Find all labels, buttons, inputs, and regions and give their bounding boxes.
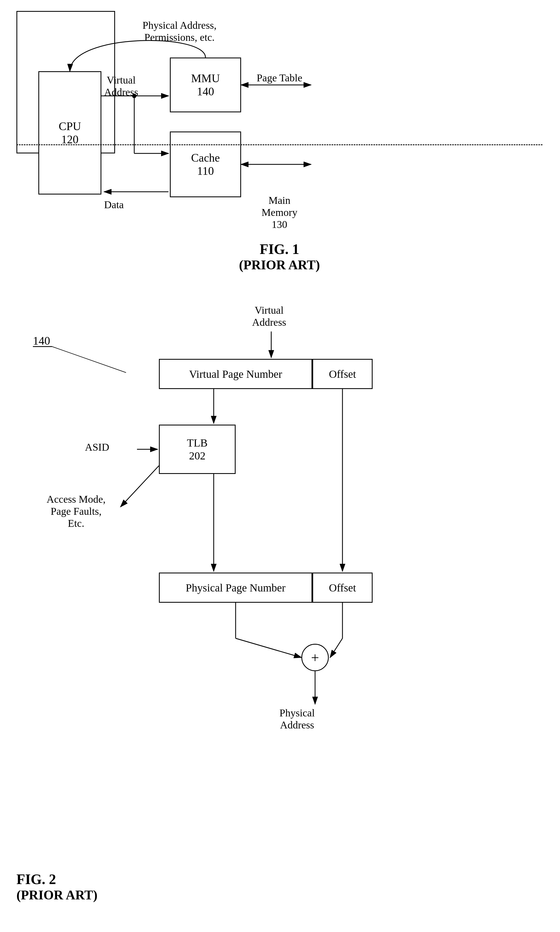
asid-label: ASID bbox=[85, 441, 109, 453]
svg-line-25 bbox=[52, 346, 126, 372]
fig2-arrows bbox=[17, 296, 543, 921]
page: Physical Address, Permissions, etc. CPU … bbox=[0, 0, 560, 932]
fig2-virtual-address-label: VirtualAddress bbox=[252, 304, 286, 328]
fig1-caption: FIG. 1 (PRIOR ART) bbox=[17, 241, 543, 272]
offset2-box: Offset bbox=[312, 572, 372, 603]
page-table-label: Page Table bbox=[17, 11, 543, 145]
fig2-area: 140 VirtualAddress Virtual Page Number O… bbox=[17, 296, 543, 921]
data-label: Data bbox=[104, 198, 124, 211]
svg-line-20 bbox=[235, 638, 302, 658]
fig2-caption: FIG. 2 (PRIOR ART) bbox=[17, 871, 263, 903]
physical-page-number-box: Physical Page Number bbox=[159, 572, 312, 603]
memory-box: Page Table MainMemory 130 bbox=[17, 11, 115, 154]
plus-circle: + bbox=[302, 644, 329, 671]
offset1-box: Offset bbox=[312, 359, 372, 389]
fig2-physical-address-label: PhysicalAddress bbox=[280, 707, 315, 731]
fig1-area: Physical Address, Permissions, etc. CPU … bbox=[17, 11, 543, 280]
tlb-box: TLB 202 bbox=[159, 424, 235, 474]
svg-line-22 bbox=[330, 638, 343, 658]
access-mode-label: Access Mode,Page Faults,Etc. bbox=[46, 493, 106, 529]
svg-line-17 bbox=[120, 466, 159, 507]
virtual-page-number-box: Virtual Page Number bbox=[159, 359, 312, 389]
ref-140-label: 140 bbox=[33, 334, 50, 348]
